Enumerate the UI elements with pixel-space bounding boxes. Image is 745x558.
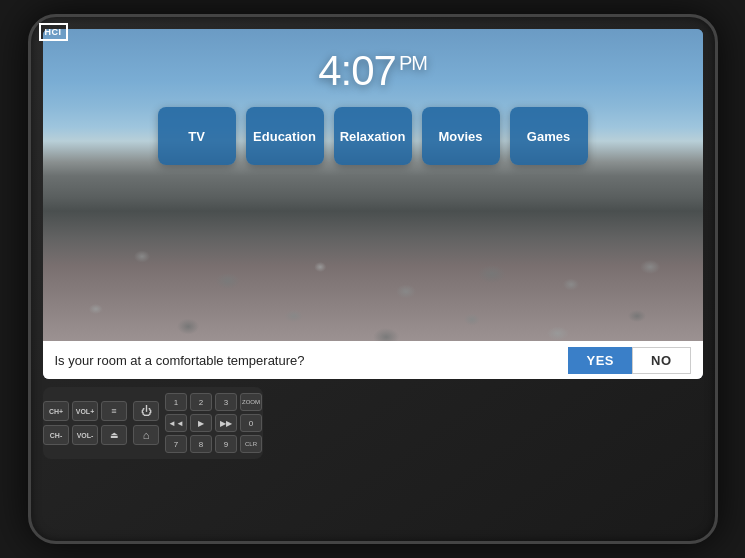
screen: 4:07PM TV Education Relaxation Movies Ga… <box>43 29 703 379</box>
nav-btn-games[interactable]: Games <box>510 107 588 165</box>
vol-plus-btn[interactable]: VOL+ <box>72 401 98 421</box>
rewind-btn[interactable]: ◄◄ <box>165 414 187 432</box>
ffwd-btn[interactable]: ▶▶ <box>215 414 237 432</box>
clear-btn[interactable]: CLR <box>240 435 262 453</box>
num-7[interactable]: 7 <box>165 435 187 453</box>
num-3[interactable]: 3 <box>215 393 237 411</box>
remote-row-2: CH- VOL- ⏏ <box>43 425 127 445</box>
time-value: 4:07 <box>318 47 396 94</box>
temperature-question: Is your room at a comfortable temperatur… <box>55 353 569 368</box>
ch-plus-btn[interactable]: CH+ <box>43 401 69 421</box>
nav-buttons-container: TV Education Relaxation Movies Games <box>158 107 588 165</box>
nav-btn-relaxation[interactable]: Relaxation <box>334 107 412 165</box>
nav-btn-education[interactable]: Education <box>246 107 324 165</box>
ch-minus-btn[interactable]: CH- <box>43 425 69 445</box>
num-2[interactable]: 2 <box>190 393 212 411</box>
remote-row-1: CH+ VOL+ ≡ <box>43 401 127 421</box>
answer-buttons: YES NO <box>568 347 690 374</box>
nav-btn-tv[interactable]: TV <box>158 107 236 165</box>
no-button[interactable]: NO <box>632 347 691 374</box>
play-btn[interactable]: ▶ <box>190 414 212 432</box>
time-display: 4:07PM <box>318 47 427 95</box>
input-btn[interactable]: ⏏ <box>101 425 127 445</box>
home-btn[interactable]: ⌂ <box>133 425 159 445</box>
device-frame: HCI 4:07PM TV Education Relaxation Movie… <box>28 14 718 544</box>
num-0[interactable]: 0 <box>240 414 262 432</box>
menu-btn[interactable]: ≡ <box>101 401 127 421</box>
bottom-bar: Is your room at a comfortable temperatur… <box>43 341 703 379</box>
yes-button[interactable]: YES <box>568 347 632 374</box>
num-9[interactable]: 9 <box>215 435 237 453</box>
num-8[interactable]: 8 <box>190 435 212 453</box>
nav-btn-movies[interactable]: Movies <box>422 107 500 165</box>
vol-minus-btn[interactable]: VOL- <box>72 425 98 445</box>
remote-center: ⏻ ⌂ <box>133 401 159 445</box>
zoom-btn[interactable]: ZOOM <box>240 393 262 411</box>
remote-left: CH+ VOL+ ≡ CH- VOL- ⏏ <box>43 401 127 445</box>
power-btn[interactable]: ⏻ <box>133 401 159 421</box>
remote-right: 1 2 3 ZOOM ◄◄ ▶ ▶▶ 0 7 8 9 CLR <box>165 393 262 453</box>
numpad-grid: 1 2 3 ZOOM ◄◄ ▶ ▶▶ 0 7 8 9 CLR <box>165 393 262 453</box>
num-1[interactable]: 1 <box>165 393 187 411</box>
hci-logo: HCI <box>39 23 68 41</box>
remote-panel: CH+ VOL+ ≡ CH- VOL- ⏏ ⏻ ⌂ 1 2 <box>43 387 263 459</box>
ampm-value: PM <box>399 52 427 74</box>
device-inner: 4:07PM TV Education Relaxation Movies Ga… <box>43 29 703 531</box>
